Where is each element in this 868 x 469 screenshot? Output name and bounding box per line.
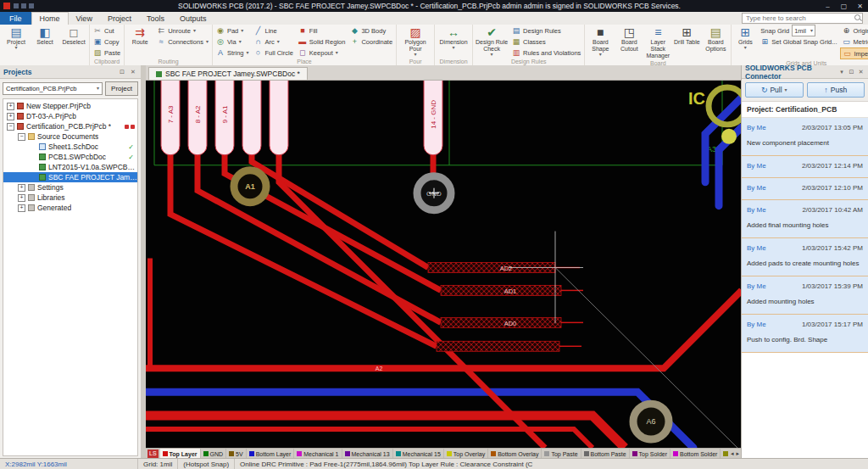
metric-button[interactable]: ▭Metric: [840, 36, 868, 47]
commit-item[interactable]: By Me1/03/2017 15:17 PM Push to config. …: [742, 315, 868, 353]
expand-toggle[interactable]: +: [18, 184, 25, 192]
polygon-pour-button[interactable]: ▨ Polygon Pour ▾: [398, 25, 432, 57]
chevron-down-icon[interactable]: ▾: [838, 69, 845, 75]
imperial-button[interactable]: ▭Imperial: [840, 47, 868, 59]
commit-item[interactable]: By Me2/03/2017 13:05 PM New component pl…: [742, 118, 868, 156]
expand-toggle[interactable]: −: [18, 133, 25, 141]
pull-button[interactable]: ↻Pull▾: [745, 82, 804, 98]
chevron-down-icon: ▾: [785, 88, 787, 92]
project-selector[interactable]: Certification_PCB.PrjPcb▾: [3, 82, 103, 95]
tree-item-certification-pcb[interactable]: − Certification_PCB.PrjPcb *: [3, 121, 137, 131]
string-button[interactable]: AString▾: [214, 47, 251, 58]
close-button[interactable]: ✕: [852, 3, 868, 10]
drill-table-icon: ⊞: [682, 26, 692, 39]
drill-table-button[interactable]: ⊞Drill Table: [673, 25, 700, 46]
save-icon[interactable]: [14, 3, 19, 8]
tree-item-generated[interactable]: + Generated: [3, 203, 137, 213]
expand-toggle[interactable]: −: [7, 123, 14, 131]
expand-toggle[interactable]: +: [18, 194, 25, 202]
search-box: [742, 13, 863, 24]
tree-item-lnt2015[interactable]: LNT2015-V1.0a.SWPCBDoc: [3, 162, 137, 172]
expand-toggle[interactable]: +: [18, 204, 25, 212]
expand-toggle[interactable]: +: [7, 103, 14, 110]
pcb-canvas[interactable]: A3: [146, 81, 742, 448]
board-shape-button[interactable]: ■Board Shape▾: [587, 25, 614, 57]
classes-button[interactable]: ▦Classes: [510, 36, 582, 47]
pad-button[interactable]: ◉Pad▾: [214, 25, 251, 36]
board-options-button[interactable]: ▤Board Options: [702, 25, 729, 53]
tab-file[interactable]: File: [0, 12, 31, 25]
title-bar: SOLIDWORKS PCB (2017.2) - SBC FAE PROJEC…: [0, 0, 868, 12]
origin-button[interactable]: ⊕Origin▾: [840, 25, 868, 36]
close-icon[interactable]: ✕: [129, 69, 137, 75]
layer-color-swatch: [447, 451, 452, 456]
project-menu-button[interactable]: Project: [105, 81, 138, 96]
keepout-button[interactable]: ◻Keepout▾: [297, 47, 348, 58]
scroll-left-icon[interactable]: ◂: [731, 450, 734, 457]
commit-message: Added pads to create mounting holes: [747, 260, 863, 268]
fill-button[interactable]: ■Fill: [297, 25, 348, 36]
route-button[interactable]: ⇉ Route: [126, 25, 153, 46]
search-input[interactable]: [742, 13, 863, 24]
copy-button[interactable]: ▣Copy: [92, 36, 122, 47]
board-cutout-button[interactable]: ◳Board Cutout: [615, 25, 643, 53]
full-circle-button[interactable]: ○Full Circle: [253, 47, 295, 58]
layer-color-swatch: [249, 451, 254, 456]
commit-date: 2/03/2017 12:10 PM: [802, 184, 863, 192]
tree-item-sbc-fae-project[interactable]: SBC FAE PROJECT Jamey.SWPCBDoc *: [3, 172, 137, 182]
tree-item-settings[interactable]: + Settings: [3, 182, 137, 193]
tree-item-dt03a[interactable]: + DT-03-A.PrjPcb: [3, 111, 137, 121]
connections-button[interactable]: ≈Connections▾: [155, 36, 210, 47]
dimension-button[interactable]: ↔ Dimension ▾: [437, 25, 470, 50]
minimize-button[interactable]: –: [820, 3, 836, 10]
layer-stack-manager-button[interactable]: ≡Layer Stack Manager: [644, 25, 671, 59]
commit-item[interactable]: By Me2/03/2017 10:42 AM Added final moun…: [742, 200, 868, 238]
tab-home[interactable]: Home: [31, 12, 69, 25]
set-global-snap-grid-button[interactable]: ⊞Set Global Snap Grid...: [759, 36, 838, 47]
deselect-button[interactable]: ◻ Deselect: [60, 25, 87, 46]
3d-body-button[interactable]: ◆3D Body: [348, 25, 394, 36]
grids-button[interactable]: ⊞ Grids ▾: [733, 25, 757, 50]
rules-and-violations-button[interactable]: ▥Rules and Violations: [510, 47, 582, 58]
tab-outputs[interactable]: Outputs: [172, 12, 214, 25]
cut-button[interactable]: ✂Cut: [92, 25, 122, 36]
push-button[interactable]: ↑Push: [807, 82, 865, 98]
pin-icon[interactable]: ⊡: [118, 69, 126, 75]
expand-toggle[interactable]: +: [7, 113, 14, 120]
scroll-right-icon[interactable]: ▸: [736, 450, 739, 457]
design-rule-check-button[interactable]: ✔ Design Rule Check ▾: [475, 25, 509, 57]
pin-icon[interactable]: ⊡: [848, 69, 854, 75]
layer-set-box[interactable]: LS: [147, 449, 159, 458]
paste-button[interactable]: ▨Paste: [92, 47, 122, 58]
select-button[interactable]: ◧ Select: [31, 25, 58, 46]
coordinate-button[interactable]: +Coordinate: [348, 36, 394, 47]
commit-item[interactable]: By Me2/03/2017 12:14 PM: [742, 156, 868, 178]
tree-item-sheet1[interactable]: Sheet1.SchDoc ✓: [3, 142, 137, 152]
arc-button[interactable]: ∩Arc▾: [253, 36, 295, 47]
design-rules-button[interactable]: ▤Design Rules: [510, 25, 582, 36]
tree-item-pcb1[interactable]: PCB1.SWPcbDoc ✓: [3, 152, 137, 162]
commit-item[interactable]: By Me2/03/2017 12:10 PM: [742, 178, 868, 200]
snap-grid-select[interactable]: 1mil▾: [792, 25, 815, 36]
solid-region-button[interactable]: ▬Solid Region: [297, 36, 348, 47]
tab-project[interactable]: Project: [100, 12, 139, 25]
line-button[interactable]: ╱Line: [253, 25, 295, 36]
window-controls: – ▢ ✕: [820, 3, 868, 10]
redo-icon[interactable]: [29, 3, 34, 8]
tab-tools[interactable]: Tools: [139, 12, 172, 25]
tab-view[interactable]: View: [69, 12, 100, 25]
via-button[interactable]: ◎Via▾: [214, 36, 251, 47]
project-button[interactable]: ▤ Project ▾: [3, 25, 30, 50]
document-tab-active[interactable]: SBC FAE PROJECT Jamey.SWPCBDoc *: [148, 67, 308, 80]
close-icon[interactable]: ✕: [858, 69, 865, 75]
commit-item[interactable]: By Me1/03/2017 15:42 PM Added pads to cr…: [742, 238, 868, 276]
connector-project-label: Project: Certification_PCB: [742, 102, 868, 118]
ribbon-group-main: ▤ Project ▾ ◧ Select ◻ Deselect: [1, 25, 90, 65]
undo-icon[interactable]: [21, 3, 26, 8]
tree-item-source-documents[interactable]: − Source Documents: [3, 131, 137, 142]
tree-item-libraries[interactable]: + Libraries: [3, 193, 137, 203]
maximize-button[interactable]: ▢: [836, 3, 852, 10]
commit-item[interactable]: By Me1/03/2017 15:39 PM Added mounting h…: [742, 276, 868, 315]
tree-item-new-stepper[interactable]: + New Stepper.PrjPcb: [3, 101, 137, 111]
unroute-button[interactable]: ⇇Unroute▾: [155, 25, 210, 36]
